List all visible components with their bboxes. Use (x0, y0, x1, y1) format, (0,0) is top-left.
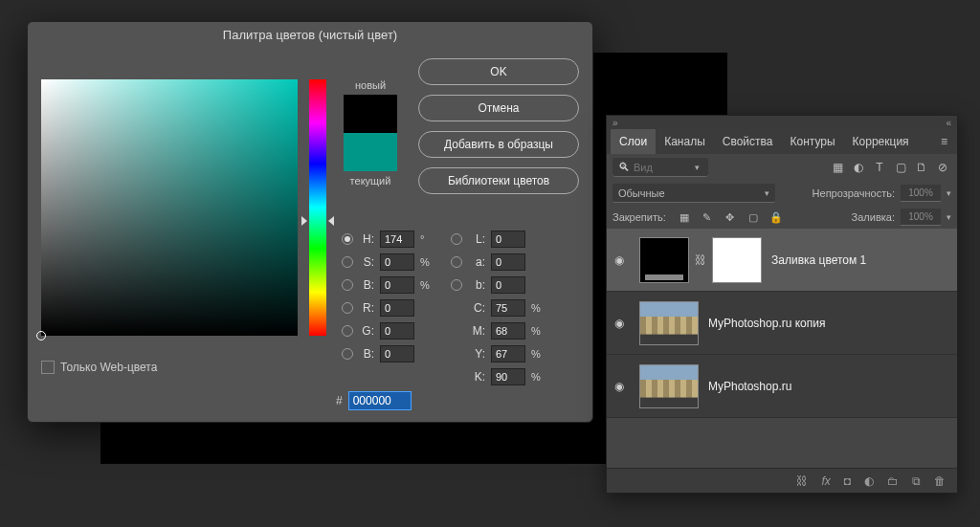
hash-label: # (336, 394, 343, 407)
layer-name[interactable]: MyPhotoshop.ru копия (708, 317, 825, 330)
panel-menu-icon[interactable]: ≡ (935, 135, 953, 148)
filter-adjust-icon[interactable]: ◐ (850, 159, 867, 176)
visibility-icon[interactable]: ◉ (614, 380, 630, 393)
y-input[interactable] (491, 345, 525, 362)
layer-row[interactable]: ◉ MyPhotoshop.ru (607, 355, 957, 418)
b-hsb-radio[interactable] (342, 279, 353, 291)
h-radio[interactable] (342, 233, 353, 245)
chevron-down-icon: ▾ (765, 188, 769, 198)
chevron-down-icon: ▾ (695, 163, 700, 172)
opacity-label: Непрозрачность: (813, 187, 895, 199)
r-input[interactable] (380, 299, 414, 317)
opacity-input[interactable]: 100% (901, 185, 941, 202)
fill-label: Заливка: (852, 211, 895, 223)
new-color-label: новый (344, 79, 397, 91)
lock-artboard-icon[interactable]: ▢ (745, 209, 762, 226)
layer-filter-input[interactable] (634, 162, 691, 173)
cancel-button[interactable]: Отмена (418, 95, 579, 121)
mask-thumbnail[interactable] (712, 237, 762, 283)
b-hsb-input[interactable] (380, 276, 414, 294)
color-libraries-button[interactable]: Библиотеки цветов (418, 167, 579, 194)
layer-name[interactable]: Заливка цветом 1 (771, 253, 866, 267)
add-swatch-button[interactable]: Добавить в образцы (418, 131, 579, 158)
b-rgb-radio[interactable] (342, 348, 353, 360)
chevron-down-icon[interactable]: ▾ (947, 212, 951, 222)
filter-pixel-icon[interactable]: ▦ (829, 159, 846, 176)
layer-row[interactable]: ◉ ⛓ Заливка цветом 1 (607, 229, 957, 292)
a-input[interactable] (491, 253, 525, 271)
r-radio[interactable] (342, 302, 353, 314)
layer-thumbnail[interactable] (639, 237, 689, 283)
lock-pixels-icon[interactable]: ✎ (699, 209, 716, 226)
current-color-label: текущий (344, 175, 397, 187)
tab-adjustments[interactable]: Коррекция (844, 129, 918, 154)
s-input[interactable] (380, 253, 414, 271)
c-input[interactable] (491, 299, 525, 317)
tab-layers[interactable]: Слои (611, 129, 656, 154)
collapse-left-icon[interactable]: » (612, 118, 618, 128)
hue-slider[interactable] (309, 79, 326, 336)
layer-filter-dropdown[interactable]: 🔍︎ ▾ (612, 158, 708, 177)
new-color-swatch[interactable] (344, 95, 397, 133)
adjustment-icon[interactable]: ◐ (864, 474, 874, 488)
fx-icon[interactable]: fx (821, 474, 830, 488)
m-input[interactable] (491, 322, 525, 340)
mask-icon[interactable]: ◘ (844, 474, 851, 488)
layer-thumbnail[interactable] (639, 301, 699, 345)
l-input[interactable] (491, 231, 525, 248)
b-lab-radio[interactable] (451, 279, 462, 291)
s-radio[interactable] (342, 256, 353, 268)
filter-toggle-icon[interactable]: ⊘ (934, 159, 951, 176)
dialog-title: Палитра цветов (чистый цвет) (28, 22, 592, 49)
lock-all-icon[interactable]: 🔒 (768, 209, 785, 226)
visibility-icon[interactable]: ◉ (614, 317, 630, 330)
fill-input[interactable]: 100% (901, 209, 941, 226)
layer-row[interactable]: ◉ MyPhotoshop.ru копия (607, 292, 957, 355)
b-rgb-input[interactable] (380, 345, 414, 362)
hue-pointer (301, 216, 307, 226)
b-lab-input[interactable] (491, 276, 525, 294)
visibility-icon[interactable]: ◉ (614, 253, 630, 267)
ok-button[interactable]: OK (418, 58, 579, 85)
hue-pointer (328, 216, 334, 226)
web-only-label: Только Web-цвета (60, 361, 157, 374)
tab-paths[interactable]: Контуры (781, 129, 843, 154)
filter-shape-icon[interactable]: ▢ (892, 159, 909, 176)
layer-name[interactable]: MyPhotoshop.ru (708, 380, 791, 393)
filter-smart-icon[interactable]: 🗋 (913, 159, 930, 176)
filter-type-icon[interactable]: T (871, 159, 888, 176)
trash-icon[interactable]: 🗑 (934, 474, 946, 488)
h-input[interactable] (380, 231, 414, 248)
lock-position-icon[interactable]: ✥ (722, 209, 739, 226)
web-only-checkbox[interactable] (41, 361, 55, 374)
sat-cursor[interactable] (36, 331, 46, 340)
saturation-field[interactable] (41, 79, 298, 336)
new-layer-icon[interactable]: ⧉ (912, 474, 921, 488)
search-icon: 🔍︎ (618, 161, 630, 174)
layers-panel: » « Слои Каналы Свойства Контуры Коррекц… (606, 115, 958, 494)
l-radio[interactable] (451, 233, 462, 245)
color-picker-dialog: Палитра цветов (чистый цвет) новый текущ… (27, 21, 593, 423)
chevron-down-icon[interactable]: ▾ (947, 188, 951, 198)
g-input[interactable] (380, 322, 414, 340)
lock-label: Закрепить: (612, 211, 666, 223)
a-radio[interactable] (451, 256, 462, 268)
current-color-swatch[interactable] (344, 133, 397, 171)
link-layers-icon[interactable]: ⛓ (796, 474, 808, 488)
k-input[interactable] (491, 368, 525, 385)
collapse-right-icon[interactable]: « (946, 118, 951, 128)
hex-input[interactable] (348, 391, 412, 410)
lock-transparency-icon[interactable]: ▦ (676, 209, 693, 226)
tab-properties[interactable]: Свойства (714, 129, 782, 154)
group-icon[interactable]: 🗀 (887, 474, 899, 488)
blend-mode-dropdown[interactable]: Обычные ▾ (612, 184, 775, 203)
layer-thumbnail[interactable] (639, 364, 699, 408)
link-icon[interactable]: ⛓ (695, 253, 706, 267)
g-radio[interactable] (342, 325, 353, 337)
tab-channels[interactable]: Каналы (656, 129, 714, 154)
panel-tabs: Слои Каналы Свойства Контуры Коррекция ≡ (607, 129, 957, 154)
